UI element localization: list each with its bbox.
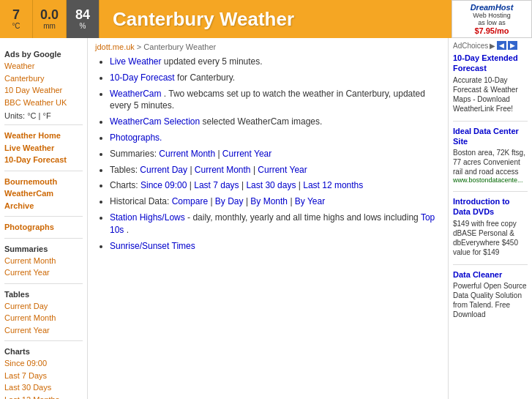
sidebar-table-month[interactable]: Current Month — [4, 312, 83, 324]
tables-section-title: Tables — [4, 290, 83, 299]
right-divider-1 — [453, 121, 528, 122]
sidebar-nav-forecast[interactable]: 10-Day Forecast — [4, 154, 83, 166]
sidebar-chart-since[interactable]: Since 09:00 — [4, 357, 83, 370]
sidebar-table-day[interactable]: Current Day — [4, 300, 83, 313]
list-item: WeatherCam . Two webcams set up to watch… — [110, 88, 441, 113]
right-ad-2-title[interactable]: Ideal Data Center Site — [453, 126, 528, 147]
right-ad-4: Data Cleaner Powerful Open Source Data Q… — [453, 269, 528, 319]
sidebar-chart-30days[interactable]: Last 30 Days — [4, 381, 83, 394]
humidity-unit: % — [80, 22, 86, 30]
charts-since-link[interactable]: Since 09:00 — [141, 180, 187, 190]
temperature-value: 7 — [12, 8, 20, 23]
dreamhost-line1: Web Hosting — [473, 12, 510, 19]
tables-year-link[interactable]: Current Year — [258, 165, 307, 175]
dreamhost-line2: as low as — [478, 19, 506, 26]
charts-prefix: Charts: — [110, 180, 141, 190]
sidebar-item-canterbury[interactable]: Canterbury — [4, 72, 83, 85]
right-ad-3-title[interactable]: Introduction to Data DVDs — [453, 196, 528, 217]
ad-next-button[interactable]: ▶ — [508, 41, 517, 50]
ad-choices-bar: AdChoices ▶ ◀ ▶ — [453, 41, 528, 50]
sidebar-nav-home[interactable]: Weather Home — [4, 130, 83, 142]
sidebar-nav-live[interactable]: Live Weather — [4, 142, 83, 154]
summaries-year-link[interactable]: Current Year — [222, 149, 271, 159]
historical-prefix: Historical Data: — [110, 196, 172, 206]
sidebar-nav-photographs[interactable]: Photographs — [4, 221, 83, 234]
charts-12months-link[interactable]: Last 12 months — [303, 180, 363, 190]
sidebar-chart-12months[interactable]: Last 12 Months — [4, 394, 83, 400]
right-ad-2-body: Boston area, 72K ftsg, 77 acres Convenie… — [453, 148, 528, 176]
sidebar-table-year[interactable]: Current Year — [4, 324, 83, 337]
10day-forecast-link[interactable]: 10-Day Forecast — [110, 72, 175, 83]
right-ad-4-title[interactable]: Data Cleaner — [453, 269, 528, 280]
ad-prev-button[interactable]: ◀ — [497, 41, 506, 50]
sidebar-nav-bournemouth[interactable]: Bournemouth WeatherCam — [4, 176, 83, 200]
breadcrumb: jdott.me.uk > Canterbury Weather — [95, 42, 441, 51]
sidebar-item-bbc[interactable]: BBC Weather UK — [4, 97, 83, 109]
10day-text: for Canterbury. — [177, 72, 235, 83]
tables-month-link[interactable]: Current Month — [195, 165, 251, 175]
list-item: Photographs. — [110, 132, 441, 144]
sidebar-divider-1 — [4, 124, 83, 125]
humidity-stat: 84 % — [67, 0, 100, 38]
ad-choices-triangle: ▶ — [490, 42, 495, 50]
weathercam-link[interactable]: WeatherCam — [110, 89, 161, 99]
sidebar-chart-7days[interactable]: Last 7 Days — [4, 370, 83, 382]
charts-7days-link[interactable]: Last 7 days — [194, 180, 239, 190]
list-item: Station Highs/Lows - daily, monthly, yea… — [110, 212, 441, 236]
weathercam-selection-text: selected WeatherCam images. — [203, 116, 323, 127]
live-weather-link[interactable]: Live Weather — [110, 56, 161, 67]
rainfall-stat: 0.0 mm — [33, 0, 67, 38]
rainfall-value: 0.0 — [40, 8, 59, 23]
ads-by-google-label: Ads by Google — [4, 50, 83, 59]
historical-month-link[interactable]: By Month — [250, 196, 288, 206]
right-ad-1: 10-Day Extended Forecast Accurate 10-Day… — [453, 53, 528, 113]
main-content: jdott.me.uk > Canterbury Weather Live We… — [88, 38, 448, 399]
tables-day-link[interactable]: Current Day — [140, 165, 187, 175]
list-item: Live Weather updated every 5 minutes. — [110, 56, 441, 68]
humidity-value: 84 — [75, 8, 90, 23]
photographs-link[interactable]: Photographs. — [110, 133, 162, 143]
station-highs-link[interactable]: Station Highs/Lows — [110, 212, 185, 223]
sidebar-summary-month[interactable]: Current Month — [4, 255, 83, 267]
right-ad-1-body: Accurate 10-Day Forecast & Weather Maps … — [453, 75, 528, 113]
sidebar-item-10day[interactable]: 10 Day Weather — [4, 84, 83, 97]
dreamhost-ad[interactable]: DreamHost Web Hosting as low as $7.95/mo — [452, 0, 532, 38]
page-title: Canterbury Weather — [100, 8, 294, 31]
sidebar-divider-4 — [4, 238, 83, 239]
right-ad-1-title[interactable]: 10-Day Extended Forecast — [453, 53, 528, 74]
sunrise-sunset-link[interactable]: Sunrise/Sunset Times — [110, 241, 195, 251]
sidebar-divider-2 — [4, 171, 83, 171]
sidebar-divider-3 — [4, 216, 83, 217]
charts-30days-link[interactable]: Last 30 days — [246, 180, 296, 190]
sidebar-summary-year[interactable]: Current Year — [4, 266, 83, 279]
right-ad-4-body: Powerful Open Source Data Quality Soluti… — [453, 281, 528, 319]
weathercam-selection-link[interactable]: WeatherCam Selection — [110, 116, 200, 127]
main-layout: Ads by Google Weather Canterbury 10 Day … — [0, 38, 532, 399]
dreamhost-price: $7.95/mo — [474, 26, 509, 35]
content-list: Live Weather updated every 5 minutes. 10… — [95, 56, 441, 252]
station-text: - daily, monthly, yearly and all time hi… — [187, 212, 421, 223]
right-ad-2-url: www.bostondatacente... — [453, 176, 528, 184]
historical-day-link[interactable]: By Day — [215, 196, 244, 206]
summaries-prefix: Summaries: — [110, 149, 159, 159]
list-item: 10-Day Forecast for Canterbury. — [110, 72, 441, 84]
sidebar-nav-archive[interactable]: Archive — [4, 200, 83, 212]
historical-year-link[interactable]: By Year — [295, 196, 325, 206]
historical-compare-link[interactable]: Compare — [172, 196, 208, 206]
header: 7 °C 0.0 mm 84 % Canterbury Weather Drea… — [0, 0, 532, 38]
charts-section-title: Charts — [4, 347, 83, 356]
temperature-stat: 7 °C — [0, 0, 33, 38]
station-text-end: . — [127, 225, 129, 235]
tables-prefix: Tables: — [110, 165, 140, 175]
list-item: Summaries: Current Month | Current Year — [110, 148, 441, 160]
breadcrumb-site-link[interactable]: jdott.me.uk — [95, 42, 135, 51]
sidebar: Ads by Google Weather Canterbury 10 Day … — [0, 38, 88, 399]
summaries-section-title: Summaries — [4, 245, 83, 253]
header-stats: 7 °C 0.0 mm 84 % — [0, 0, 100, 38]
right-ad-2: Ideal Data Center Site Boston area, 72K … — [453, 126, 528, 184]
list-item: Tables: Current Day | Current Month | Cu… — [110, 164, 441, 176]
summaries-month-link[interactable]: Current Month — [159, 149, 215, 159]
sidebar-item-weather[interactable]: Weather — [4, 60, 83, 72]
sidebar-divider-5 — [4, 283, 83, 284]
dreamhost-logo: DreamHost — [471, 3, 514, 12]
